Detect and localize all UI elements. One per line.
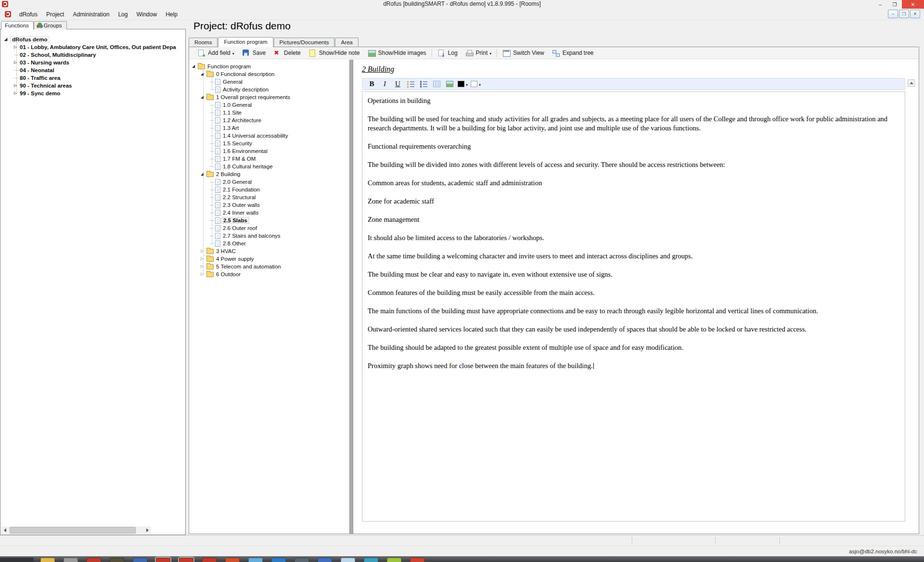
tree-item-01-lobby[interactable]: ▷01 - Lobby, Ambulatory Care Unit, Offic… — [0, 43, 185, 51]
doc-restore-button[interactable]: ❐ — [899, 10, 909, 18]
fill-color-button[interactable] — [470, 79, 481, 89]
expander-icon[interactable]: ▷ — [14, 84, 20, 88]
taskbar-app-green-icon[interactable] — [387, 558, 401, 562]
tab-functions[interactable]: Functions — [1, 21, 34, 30]
dropdown-caret-icon[interactable] — [232, 50, 234, 56]
expander-icon[interactable]: ▷ — [201, 272, 206, 276]
editor-scroll-up-button[interactable] — [908, 79, 915, 87]
scrollbar-thumb[interactable] — [10, 527, 136, 534]
dropdown-caret-icon[interactable] — [479, 80, 481, 88]
taskbar-app-red-icon[interactable] — [87, 558, 101, 562]
taskbar-app-skyblue-icon[interactable] — [248, 558, 263, 562]
func-tree-item-function-program[interactable]: ◢Function program — [189, 63, 349, 70]
switch-view-button[interactable]: Switch View — [499, 48, 548, 59]
func-tree-item-1-2-architecture[interactable]: 1.2 Architecture — [189, 116, 349, 124]
func-tree-item-1-6-environmental[interactable]: 1.6 Environmental — [189, 147, 349, 155]
close-button[interactable]: ✕ — [902, 0, 924, 9]
menu-drofus[interactable]: dRofus — [15, 10, 42, 19]
taskbar-app-blue-icon[interactable] — [133, 558, 147, 562]
add-field-button[interactable]: Add field — [193, 48, 238, 59]
bullet-list-button[interactable] — [405, 79, 416, 89]
tab-area[interactable]: Area — [335, 38, 358, 47]
taskbar-drofus-app-2-icon[interactable] — [179, 558, 193, 562]
editor-text-area[interactable]: Operations in buildingThe building will … — [362, 91, 905, 522]
func-tree-item-1-8-cultural-heritage[interactable]: 1.8 Cultural heritage — [189, 163, 349, 170]
func-tree-item-1-0-general[interactable]: 1.0 General — [189, 101, 349, 109]
taskbar-app-teal-icon[interactable] — [364, 558, 378, 562]
expander-icon[interactable]: ◢ — [192, 64, 198, 68]
expander-icon[interactable]: ◢ — [201, 95, 206, 99]
restore-button[interactable]: ❐ — [887, 0, 902, 9]
dropdown-caret-icon[interactable] — [489, 50, 491, 56]
tree-root[interactable]: ◢dRofus demo — [0, 36, 185, 43]
taskbar-app-olive-icon[interactable] — [110, 558, 124, 562]
taskbar-app-red-2-icon[interactable] — [202, 558, 217, 562]
expander-icon[interactable]: ◢ — [201, 172, 206, 176]
menu-project[interactable]: Project — [42, 10, 68, 19]
tab-rooms[interactable]: Rooms — [189, 38, 218, 47]
start-button[interactable] — [0, 558, 34, 562]
underline-button[interactable]: U — [392, 79, 403, 89]
font-color-button[interactable] — [457, 79, 468, 89]
menu-window[interactable]: Window — [132, 10, 161, 19]
func-tree-item-2-8-other[interactable]: 2.8 Other — [189, 240, 349, 247]
expander-icon[interactable]: ▷ — [14, 91, 20, 95]
insert-image-button[interactable] — [444, 79, 455, 89]
tree-item-02-schoo[interactable]: 02 - School, Multidisciplinary — [0, 51, 185, 59]
italic-button[interactable]: I — [379, 79, 390, 89]
show-hide-note-button[interactable]: Show/Hide note — [305, 48, 364, 59]
expander-icon[interactable]: ▷ — [201, 249, 206, 253]
func-tree-item-4-power-supply[interactable]: ▷4 Power supply — [189, 255, 349, 263]
func-tree-item-2-0-general[interactable]: 2.0 General — [189, 178, 349, 186]
doc-minimize-button[interactable]: – — [888, 10, 898, 18]
expander-icon[interactable]: ◢ — [201, 72, 206, 76]
minimize-button[interactable]: – — [873, 0, 887, 9]
taskbar-folder-blue-icon[interactable] — [318, 558, 332, 562]
func-tree-item-2-4-inner-walls[interactable]: 2.4 Inner walls — [189, 209, 349, 217]
taskbar-app-gray-icon[interactable] — [64, 558, 78, 562]
scroll-left-button[interactable] — [1, 526, 9, 534]
tree-item-04-neona[interactable]: 04 - Neonatal — [0, 66, 185, 74]
expander-icon[interactable]: ▷ — [201, 257, 206, 261]
scroll-right-button[interactable] — [143, 526, 151, 534]
tab-groups[interactable]: Groups — [34, 21, 67, 29]
tree-item-03-nursi[interactable]: ▷03 - Nursing wards — [0, 59, 185, 66]
func-tree-item-1-3-art[interactable]: 1.3 Art — [189, 124, 349, 132]
func-tree-item-1-1-site[interactable]: 1.1 Site — [189, 109, 349, 116]
doc-close-button[interactable]: ✕ — [910, 10, 920, 18]
func-tree-item-1-7-fm-om[interactable]: 1.7 FM & OM — [189, 155, 349, 163]
taskbar-folder-app-icon[interactable] — [40, 558, 55, 562]
func-tree-item-2-6-outer-roof[interactable]: 2.6 Outer roof — [189, 224, 349, 232]
expander-icon[interactable]: ◢ — [4, 38, 10, 41]
func-tree-item-5-telecom-and-automation[interactable]: ▷5 Telecom and automation — [189, 263, 349, 270]
func-tree-item-activity-description[interactable]: Activity description — [189, 86, 349, 93]
func-tree-item-1-overall-project-requirements[interactable]: ◢1 Overall project requirements — [189, 93, 349, 101]
tab-pictures-documents[interactable]: Pictures/Documents — [274, 38, 335, 47]
func-tree-item-0-functional-description[interactable]: ◢0 Functional description — [189, 70, 349, 78]
func-tree-item-2-5-slabs[interactable]: 2.5 Slabs — [189, 217, 349, 224]
func-tree-item-2-1-foundation[interactable]: 2.1 Foundation — [189, 186, 349, 193]
taskbar-app-blue-2-icon[interactable] — [271, 558, 286, 562]
func-tree-item-1-4-universal-accessability[interactable]: 1.4 Universal accessability — [189, 132, 349, 140]
func-tree-item-3-hvac[interactable]: ▷3 HVAC — [189, 247, 349, 255]
func-tree-item-general[interactable]: General — [189, 78, 349, 86]
taskbar-drofus-app-icon[interactable] — [156, 558, 170, 562]
func-tree-item-6-outdoor[interactable]: ▷6 Outdoor — [189, 270, 349, 278]
save-button[interactable]: Save — [238, 48, 270, 59]
expander-icon[interactable]: ▷ — [201, 265, 206, 268]
menu-log[interactable]: Log — [114, 10, 132, 19]
horizontal-scrollbar[interactable] — [1, 526, 151, 534]
menu-help[interactable]: Help — [161, 10, 182, 19]
taskbar-app-slate-icon[interactable] — [295, 558, 309, 562]
numbered-list-button[interactable] — [418, 79, 429, 89]
insert-table-button[interactable] — [431, 79, 442, 89]
menu-administration[interactable]: Administration — [68, 10, 114, 19]
taskbar-app-red-3-icon[interactable] — [410, 558, 424, 562]
pane-splitter[interactable] — [349, 60, 353, 534]
func-tree-item-2-3-outer-walls[interactable]: 2.3 Outer walls — [189, 201, 349, 209]
expander-icon[interactable]: ▷ — [14, 61, 20, 64]
expand-tree-button[interactable]: Expand tree — [548, 48, 598, 59]
taskbar-app-window-icon[interactable] — [341, 558, 355, 562]
delete-button[interactable]: Delete — [270, 48, 305, 59]
print-button[interactable]: Print — [462, 48, 496, 59]
